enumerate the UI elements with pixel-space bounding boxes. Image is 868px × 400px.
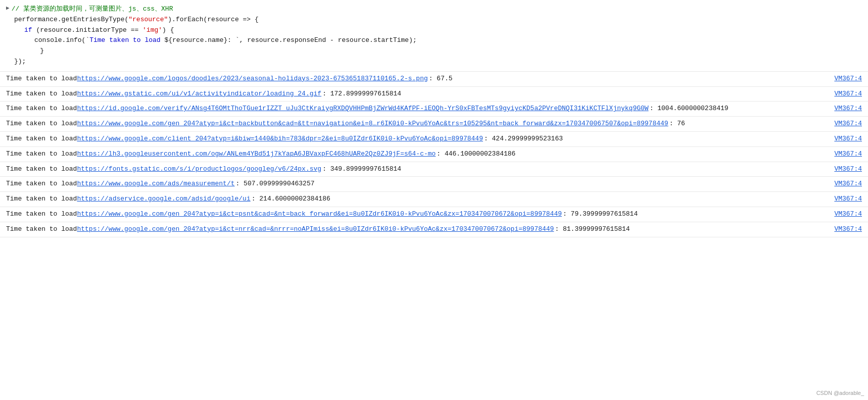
output-value: : 76 xyxy=(669,119,685,129)
output-content: https://www.google.com/ads/measurement/t… xyxy=(77,179,826,189)
output-row: Time taken to load https://www.google.co… xyxy=(0,132,868,147)
output-url-link[interactable]: https://fonts.gstatic.com/s/i/productlog… xyxy=(77,164,321,175)
output-row: Time taken to load https://www.google.co… xyxy=(0,117,868,132)
output-content: https://www.gstatic.com/ui/v1/activityin… xyxy=(77,89,826,99)
output-prefix: Time taken to load xyxy=(6,179,77,189)
output-value: : 1004.6000000238419 xyxy=(650,104,729,114)
output-row: Time taken to load https://www.google.co… xyxy=(0,207,868,222)
output-url-link[interactable]: https://www.google.com/gen_204?atyp=i&ct… xyxy=(77,224,554,235)
output-source-link[interactable]: VM367:4 xyxy=(826,74,862,84)
output-source-link[interactable]: VM367:4 xyxy=(826,194,862,205)
output-source-link[interactable]: VM367:4 xyxy=(826,89,862,99)
output-content: https://fonts.gstatic.com/s/i/productlog… xyxy=(77,164,826,175)
output-content: https://www.google.com/gen_204?atyp=i&ct… xyxy=(77,119,826,129)
code-text-1b: ).forEach(resource => { xyxy=(168,15,258,25)
output-url-link[interactable]: https://lh3.googleusercontent.com/ogw/AN… xyxy=(77,149,436,160)
output-prefix: Time taken to load xyxy=(6,74,77,84)
code-line-3: console.info(`Time taken to load ${resou… xyxy=(6,35,862,46)
output-content: https://www.google.com/client_204?atyp=i… xyxy=(77,134,826,144)
output-prefix: Time taken to load xyxy=(6,119,77,129)
code-line-4: } xyxy=(6,46,862,57)
output-url-link[interactable]: https://www.google.com/gen_204?atyp=i&ct… xyxy=(77,209,562,220)
output-value: : 67.5 xyxy=(429,74,453,84)
code-line-5: }); xyxy=(6,57,862,67)
output-source-link[interactable]: VM367:4 xyxy=(826,104,862,114)
output-source-link[interactable]: VM367:4 xyxy=(826,224,862,235)
console-container: ▶ // 某类资源的加载时间，可测量图片、js、css、XHR performa… xyxy=(0,0,868,237)
output-prefix: Time taken to load xyxy=(6,104,77,114)
code-end: }); xyxy=(14,57,26,67)
watermark: CSDN @adorable_ xyxy=(816,390,864,396)
output-content: https://www.google.com/logos/doodles/202… xyxy=(77,74,826,84)
output-row: Time taken to load https://www.google.co… xyxy=(0,72,868,87)
output-row: Time taken to load https://lh3.googleuse… xyxy=(0,147,868,162)
code-console: console.info(`Time taken to load ${resou… xyxy=(34,35,417,46)
output-row: Time taken to load https://fonts.gstatic… xyxy=(0,162,868,177)
output-value: : 424.29999999523163 xyxy=(484,134,563,144)
output-prefix: Time taken to load xyxy=(6,134,77,144)
code-keyword-if: if xyxy=(24,25,32,36)
output-source-link[interactable]: VM367:4 xyxy=(826,149,862,160)
output-row: Time taken to load https://adservice.goo… xyxy=(0,192,868,207)
code-line-1: performance.getEntriesByType("resource")… xyxy=(6,15,862,25)
output-url-link[interactable]: https://www.google.com/gen_204?atyp=i&ct… xyxy=(77,119,668,129)
output-url-link[interactable]: https://adservice.google.com/adsid/googl… xyxy=(77,194,250,205)
output-source-link[interactable]: VM367:4 xyxy=(826,164,862,175)
output-source-link[interactable]: VM367:4 xyxy=(826,119,862,129)
output-value: : 349.89999997615814 xyxy=(322,164,401,175)
output-prefix: Time taken to load xyxy=(6,224,77,235)
toggle-arrow[interactable]: ▶ xyxy=(6,4,10,13)
output-content: https://adservice.google.com/adsid/googl… xyxy=(77,194,826,205)
output-content: https://id.google.com/verify/ANsg4T6OMtT… xyxy=(77,104,826,114)
output-url-link[interactable]: https://www.google.com/client_204?atyp=i… xyxy=(77,134,483,144)
output-content: https://lh3.googleusercontent.com/ogw/AN… xyxy=(77,149,826,160)
code-text-2: (resource.initiatorType == xyxy=(32,25,142,36)
output-prefix: Time taken to load xyxy=(6,149,77,160)
output-url-link[interactable]: https://www.gstatic.com/ui/v1/activityin… xyxy=(77,89,321,99)
output-source-link[interactable]: VM367:4 xyxy=(826,179,862,189)
code-line-comment: ▶ // 某类资源的加载时间，可测量图片、js、css、XHR xyxy=(6,4,862,15)
output-source-link[interactable]: VM367:4 xyxy=(826,134,862,144)
code-string-img: 'img' xyxy=(142,25,162,36)
output-url-link[interactable]: https://id.google.com/verify/ANsg4T6OMtT… xyxy=(77,104,648,114)
output-prefix: Time taken to load xyxy=(6,164,77,175)
output-row: Time taken to load https://www.gstatic.c… xyxy=(0,87,868,102)
output-row: Time taken to load https://www.google.co… xyxy=(0,222,868,237)
output-value: : 214.60000002384186 xyxy=(252,194,330,205)
output-source-link[interactable]: VM367:4 xyxy=(826,209,862,220)
output-value: : 446.10000002384186 xyxy=(437,149,515,160)
output-row: Time taken to load https://id.google.com… xyxy=(0,102,868,117)
output-rows: Time taken to load https://www.google.co… xyxy=(0,72,868,237)
output-url-link[interactable]: https://www.google.com/ads/measurement/t xyxy=(77,179,234,189)
output-prefix: Time taken to load xyxy=(6,194,77,205)
code-text-1: performance.getEntriesByType( xyxy=(14,15,128,25)
comment-text: // 某类资源的加载时间，可测量图片、js、css、XHR xyxy=(12,4,173,15)
code-string-resource: "resource" xyxy=(128,15,168,25)
code-line-2: if (resource.initiatorType == 'img') { xyxy=(6,25,862,36)
output-url-link[interactable]: https://www.google.com/logos/doodles/202… xyxy=(77,74,427,84)
output-content: https://www.google.com/gen_204?atyp=i&ct… xyxy=(77,224,826,235)
output-value: : 172.89999997615814 xyxy=(322,89,401,99)
output-value: : 507.09999990463257 xyxy=(236,179,315,189)
output-value: : 81.39999997615814 xyxy=(555,224,630,235)
output-content: https://www.google.com/gen_204?atyp=i&ct… xyxy=(77,209,826,220)
output-value: : 79.39999997615814 xyxy=(563,209,638,220)
code-text-2b: ) { xyxy=(162,25,174,36)
output-row: Time taken to load https://www.google.co… xyxy=(0,177,868,192)
code-block: ▶ // 某类资源的加载时间，可测量图片、js、css、XHR performa… xyxy=(0,0,868,72)
code-brace-close: } xyxy=(24,46,44,57)
output-prefix: Time taken to load xyxy=(6,89,77,99)
output-prefix: Time taken to load xyxy=(6,209,77,220)
